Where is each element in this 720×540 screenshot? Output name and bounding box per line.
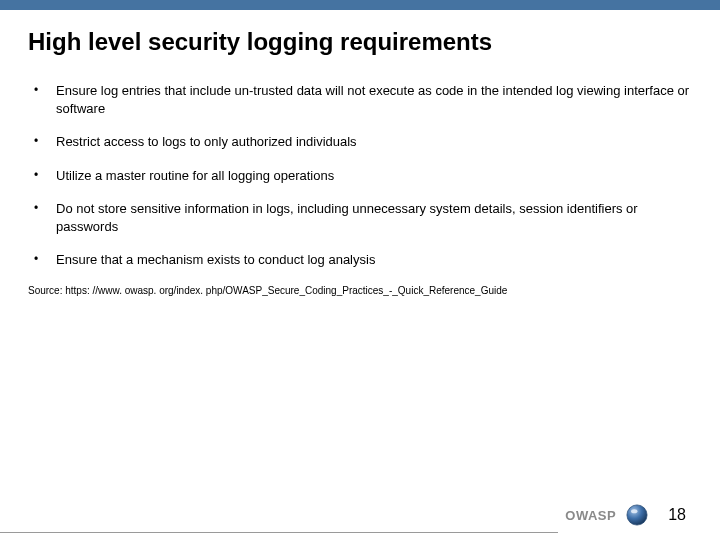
slide-content: High level security logging requirements… (28, 28, 692, 296)
svg-point-1 (631, 509, 637, 513)
bullet-item: Ensure log entries that include un-trust… (28, 82, 692, 117)
bullet-list: Ensure log entries that include un-trust… (28, 82, 692, 269)
bullet-item: Restrict access to logs to only authoriz… (28, 133, 692, 151)
brand-label: OWASP (565, 508, 616, 523)
top-color-band (0, 0, 720, 10)
page-number: 18 (668, 506, 686, 524)
bullet-item: Utilize a master routine for all logging… (28, 167, 692, 185)
slide-title: High level security logging requirements (28, 28, 692, 56)
bullet-item: Do not store sensitive information in lo… (28, 200, 692, 235)
owasp-logo-icon (626, 504, 648, 526)
bottom-divider (0, 532, 558, 533)
bullet-item: Ensure that a mechanism exists to conduc… (28, 251, 692, 269)
source-citation: Source: https: //www. owasp. org/index. … (28, 285, 692, 296)
slide-footer: OWASP 18 (565, 504, 686, 526)
svg-point-0 (627, 505, 647, 525)
